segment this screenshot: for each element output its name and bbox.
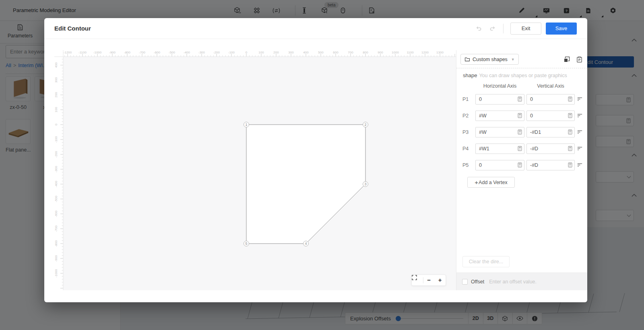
svg-text:-500: -500 (169, 51, 175, 54)
svg-text:-1000: -1000 (93, 51, 102, 54)
svg-text:300: 300 (288, 51, 294, 54)
svg-text:400: 400 (54, 62, 58, 68)
vertical-field (526, 143, 575, 154)
svg-text:-700: -700 (139, 51, 146, 54)
row-options-icon[interactable] (577, 113, 583, 119)
calculator-icon[interactable] (517, 129, 522, 135)
calculator-icon[interactable] (568, 129, 573, 135)
modal-header: Edit Contour Exit Save (44, 18, 587, 39)
svg-text:-200: -200 (54, 151, 58, 158)
vertical-field (526, 160, 575, 170)
folder-icon (464, 57, 470, 62)
contour-vertex-handle[interactable]: 5 (244, 241, 249, 246)
row-options-icon[interactable] (577, 146, 583, 152)
svg-text:1100: 1100 (407, 51, 414, 54)
svg-text:200: 200 (273, 51, 279, 54)
fit-fullscreen-button[interactable] (412, 275, 423, 285)
calculator-icon[interactable] (568, 96, 573, 102)
horizontal-field (475, 111, 524, 121)
custom-shapes-dropdown[interactable]: Custom shapes ▼ (460, 54, 519, 65)
chevron-down-icon: ▼ (511, 57, 515, 61)
svg-text:-400: -400 (184, 51, 190, 54)
contour-vertex-handle[interactable]: 3 (363, 182, 368, 187)
copy-shape-icon[interactable] (564, 56, 570, 63)
svg-text:-900: -900 (109, 51, 116, 54)
vertex-point-label: P3 (462, 129, 469, 135)
contour-vertex-handle[interactable]: 2 (363, 122, 368, 127)
offset-label: Offset (471, 279, 484, 285)
offset-checkbox[interactable] (462, 279, 468, 285)
contour-canvas-svg[interactable]: -1200-1100-1000-900-800-700-600-500-400-… (54, 50, 456, 290)
undo-icon[interactable] (475, 25, 483, 31)
svg-text:0: 0 (246, 51, 248, 54)
svg-text:-700: -700 (54, 225, 58, 232)
zoom-in-button[interactable]: + (434, 275, 446, 285)
redo-icon[interactable] (488, 25, 496, 31)
paste-shape-icon[interactable] (576, 56, 582, 63)
svg-text:4: 4 (305, 242, 307, 246)
calculator-icon[interactable] (517, 162, 522, 168)
svg-text:-600: -600 (54, 210, 58, 217)
shape-panel-header: Custom shapes ▼ (456, 50, 587, 65)
svg-text:100: 100 (54, 107, 58, 113)
calculator-icon[interactable] (568, 146, 573, 151)
header-divider (503, 24, 504, 33)
offset-bar: Offset (456, 273, 587, 290)
panel-dashed-divider (456, 68, 587, 68)
svg-text:-100: -100 (228, 51, 235, 54)
svg-text:-800: -800 (124, 51, 131, 54)
offset-value-input[interactable] (489, 279, 582, 285)
svg-text:-1000: -1000 (54, 269, 58, 277)
calculator-icon[interactable] (517, 96, 522, 102)
add-vertex-button[interactable]: + Add a Vertex (467, 177, 515, 188)
row-options-icon[interactable] (577, 129, 583, 135)
edit-contour-modal: Edit Contour Exit Save -1200-1100-1000-9… (44, 18, 587, 302)
svg-text:100: 100 (258, 51, 264, 54)
add-vertex-label: Add a Vertex (479, 180, 508, 185)
calculator-icon[interactable] (517, 113, 522, 118)
shape-label: shape (463, 72, 477, 78)
svg-text:800: 800 (363, 51, 368, 54)
axis-column-headers: Horizontal Axis Vertical Axis (456, 83, 587, 90)
row-options-icon[interactable] (577, 162, 583, 168)
contour-vertex-handle[interactable]: 1 (244, 122, 249, 127)
vertex-row: P5 (456, 160, 587, 170)
svg-text:0: 0 (54, 123, 58, 125)
shape-hint-line: shapeYou can draw shapes or paste graphi… (463, 72, 587, 78)
svg-text:900: 900 (378, 51, 383, 54)
svg-text:700: 700 (348, 51, 353, 54)
canvas-zoom-controls: − + (411, 275, 446, 286)
zoom-out-button[interactable]: − (423, 275, 435, 285)
svg-text:400: 400 (303, 51, 309, 54)
calculator-icon[interactable] (568, 162, 573, 168)
svg-text:-100: -100 (54, 136, 58, 143)
vertex-row: P4 (456, 143, 587, 154)
shape-panel: Custom shapes ▼ shapeYou can draw shapes… (456, 50, 587, 290)
svg-text:300: 300 (54, 77, 58, 83)
vertex-point-label: P1 (462, 96, 469, 102)
horizontal-field (475, 94, 524, 105)
calculator-icon[interactable] (568, 113, 573, 118)
screen: Parametric Modeling Editor beta (0, 0, 644, 330)
svg-text:-300: -300 (54, 166, 58, 172)
calculator-icon[interactable] (517, 146, 522, 151)
svg-text:-200: -200 (213, 51, 220, 54)
contour-vertex-handle[interactable]: 4 (303, 241, 309, 246)
dropdown-label: Custom shapes (473, 57, 508, 62)
svg-text:-1200: -1200 (64, 51, 72, 54)
contour-canvas[interactable]: -1200-1100-1000-900-800-700-600-500-400-… (54, 50, 456, 290)
svg-text:1300: 1300 (436, 51, 444, 54)
plus-icon: + (475, 179, 478, 186)
vertex-row: P2 (456, 111, 587, 121)
svg-text:-300: -300 (198, 51, 205, 54)
vertical-field (526, 94, 575, 105)
svg-text:1: 1 (245, 123, 247, 127)
vertex-point-label: P2 (462, 113, 469, 119)
svg-text:3: 3 (364, 182, 366, 186)
row-options-icon[interactable] (577, 96, 583, 102)
exit-button[interactable]: Exit (510, 23, 541, 35)
svg-text:-900: -900 (54, 255, 58, 262)
vertex-point-label: P5 (462, 162, 469, 168)
clear-direction-button[interactable]: Clear the dire... (462, 256, 510, 267)
save-button[interactable]: Save (546, 23, 577, 35)
